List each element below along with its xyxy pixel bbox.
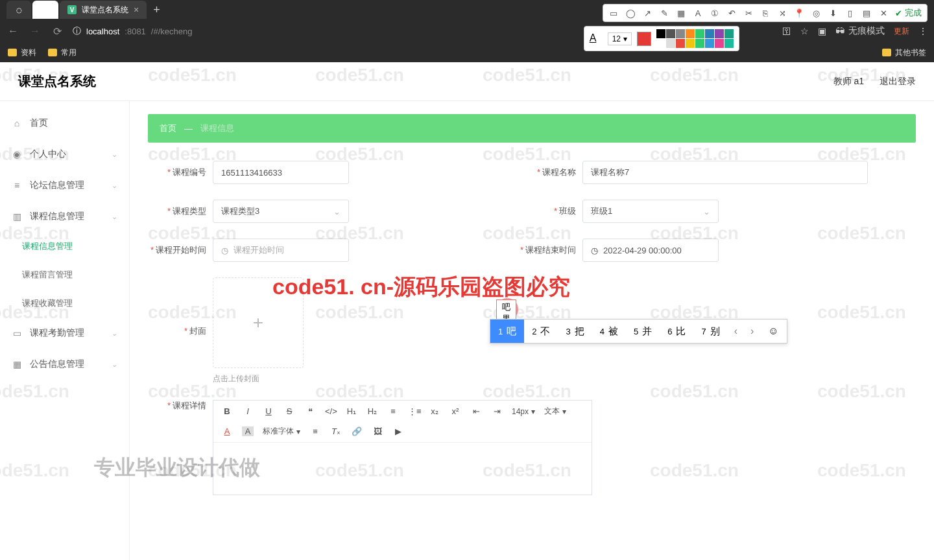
color-swatch[interactable] [666,29,675,38]
text-color-button[interactable]: A [221,426,233,436]
bg-color-button[interactable]: A [242,426,254,436]
target-icon[interactable]: ◎ [811,8,821,18]
size-select[interactable]: 14px ▾ [512,407,535,416]
color-swatch[interactable] [676,29,685,38]
logout-link[interactable]: 退出登录 [880,76,916,88]
breadcrumb-home[interactable]: 首页 [160,122,176,134]
bookmark-2[interactable]: 常用 [48,47,77,58]
other-bookmarks[interactable]: 其他书签 [882,47,926,58]
bookmark-1[interactable]: 资料 [8,47,36,58]
panel-icon[interactable]: ▣ [818,26,826,36]
text-icon[interactable]: A [693,8,703,18]
number-icon[interactable]: ① [710,8,720,18]
color-swatch[interactable] [676,39,685,48]
save-icon[interactable]: ▤ [861,8,872,18]
color-swatch[interactable] [724,39,734,48]
font-select[interactable]: 标准字体 ▾ [263,426,300,437]
ime-candidate[interactable]: 1吧 [490,320,524,343]
quote-button[interactable]: ❝ [304,406,316,416]
color-swatch[interactable] [656,29,665,38]
color-swatch[interactable] [715,39,724,48]
menu-icon[interactable]: ⋮ [918,26,928,36]
ime-candidate[interactable]: 7别 [693,320,727,343]
sub-button[interactable]: x₂ [429,406,440,416]
color-swatch[interactable] [724,29,734,38]
color-swatch[interactable] [656,39,665,48]
pin-icon[interactable]: 📍 [794,8,804,18]
h1-button[interactable]: H₁ [346,406,357,416]
star-icon[interactable]: ☆ [800,26,809,36]
sidebar-subitem[interactable]: 课程收藏管理 [0,289,129,318]
font-a-icon[interactable]: A [590,32,603,45]
back-button[interactable]: ← [6,25,19,37]
sidebar-subitem[interactable]: 课程信息管理 [0,232,129,261]
mosaic-icon[interactable]: ▦ [676,8,686,18]
user-label[interactable]: 教师 a1 [833,76,864,88]
key-icon[interactable]: ⚿ [782,26,791,36]
image-button[interactable]: 🖼 [372,426,383,436]
sidebar-home[interactable]: ⌂首页 [0,108,129,139]
indent-button[interactable]: ⇥ [491,406,503,416]
color-swatch[interactable] [705,29,714,38]
color-swatch[interactable] [695,39,704,48]
phone-icon[interactable]: ▯ [844,8,855,18]
download-icon[interactable]: ⬇ [828,8,838,18]
para-select[interactable]: 文本 ▾ [544,406,566,417]
ime-candidate[interactable]: 6比 [660,320,693,343]
rect-icon[interactable]: ▭ [608,8,619,18]
course-type-select[interactable]: 课程类型3⌄ [213,200,349,223]
link-button[interactable]: 🔗 [351,426,363,436]
new-tab-button[interactable]: + [148,3,165,17]
forward-button[interactable]: → [29,25,42,37]
ul-button[interactable]: ⋮≡ [408,406,420,416]
sidebar-item[interactable]: ◉个人中心⌄ [0,139,129,170]
close-icon[interactable]: × [134,5,139,15]
underline-button[interactable]: U [263,406,274,416]
sidebar-item[interactable]: ▥课程信息管理⌄ [0,201,129,232]
course-name-input[interactable] [582,161,868,184]
ime-prev[interactable]: ‹ [728,325,744,337]
arrow-icon[interactable]: ↗ [642,8,653,18]
italic-button[interactable]: I [242,406,254,416]
undo-icon[interactable]: ↶ [726,8,737,18]
cut-icon[interactable]: ✂ [743,8,754,18]
h2-button[interactable]: H₂ [366,406,378,416]
ime-emoji-button[interactable]: ☺ [760,325,786,337]
bold-button[interactable]: B [221,406,233,416]
course-no-input[interactable] [213,161,349,184]
color-swatch[interactable] [686,39,695,48]
copy-icon[interactable]: ⎘ [760,8,771,18]
color-swatch[interactable] [666,39,675,48]
sidebar-subitem[interactable]: 课程留言管理 [0,261,129,289]
ime-candidate[interactable]: 2不 [524,320,558,343]
pen-icon[interactable]: ✎ [659,8,669,18]
circle-icon[interactable]: ◯ [625,8,636,18]
strike-button[interactable]: S [283,406,295,416]
tab-blank[interactable] [32,1,58,19]
reload-button[interactable]: ⟳ [51,25,64,38]
sidebar-item[interactable]: ▦公告信息管理⌄ [0,349,129,380]
font-size-select[interactable]: 12▾ [608,32,632,45]
cancel-icon[interactable]: ✕ [878,8,889,18]
rte-body[interactable] [213,443,592,495]
sup-button[interactable]: x² [449,406,461,416]
tab-active[interactable]: V 课堂点名系统 × [60,1,147,19]
video-button[interactable]: ▶ [392,426,404,436]
ime-candidate[interactable]: 5并 [626,320,660,343]
active-color[interactable] [637,32,651,46]
class-select[interactable]: 班级1⌄ [582,200,719,223]
ol-button[interactable]: ≡ [387,406,399,416]
update-button[interactable]: 更新 [894,26,909,37]
ime-candidate[interactable]: 4被 [592,320,626,343]
ime-candidate[interactable]: 3把 [558,320,592,343]
ime-next[interactable]: › [744,325,760,337]
sidebar-item[interactable]: ≡论坛信息管理⌄ [0,170,129,201]
color-swatch[interactable] [686,29,695,38]
code-button[interactable]: </> [325,406,337,416]
done-button[interactable]: ✔完成 [895,7,922,19]
color-swatch[interactable] [695,29,704,38]
end-time-input[interactable]: ◷2022-04-29 00:00:00 [582,239,719,262]
align-button[interactable]: ≡ [309,426,321,436]
start-time-input[interactable]: ◷课程开始时间 [213,239,349,262]
color-swatch[interactable] [715,29,724,38]
